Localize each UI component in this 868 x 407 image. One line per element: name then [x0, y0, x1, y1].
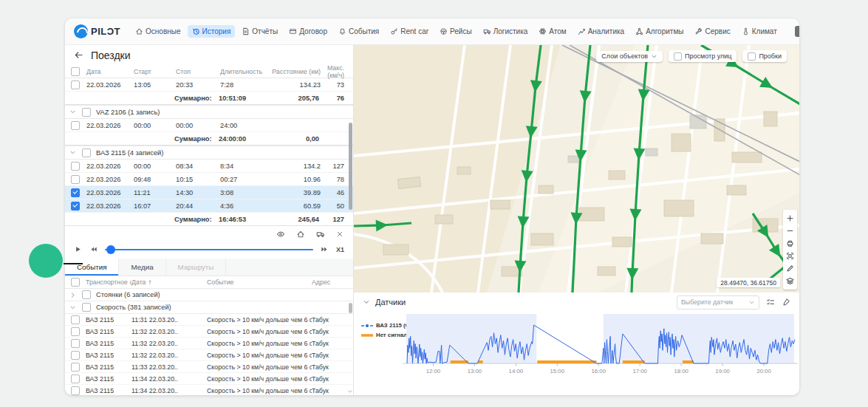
event-row[interactable]: ВАЗ 211511:33 22.03.20..Скорость > 10 км… [65, 361, 353, 373]
sensor-list-icon[interactable] [766, 298, 775, 307]
trip-group-row[interactable]: VAZ 2106 (1 запись) [65, 105, 353, 119]
group-checkbox[interactable] [82, 303, 91, 312]
event-row[interactable]: ВАЗ 211511:32 22.03.20..Скорость > 10 км… [65, 338, 353, 349]
trip-row[interactable]: 22.03.202616:0720:444:3660.5950 [65, 199, 353, 213]
event-date: 11:34 22.03.20.. [131, 387, 207, 394]
sort-ascending-icon[interactable] [147, 279, 153, 285]
playback-slider[interactable] [105, 245, 313, 254]
event-checkbox[interactable] [71, 315, 80, 324]
event-checkbox[interactable] [71, 363, 80, 372]
nav-item-atom[interactable]: Атом [534, 25, 570, 38]
chevron-right-icon[interactable] [69, 292, 76, 298]
nav-item-analytics[interactable]: Аналитика [573, 25, 629, 38]
play-icon[interactable] [74, 245, 82, 253]
trip-row[interactable]: 22.03.202600:0000:0024:00 [65, 119, 353, 132]
slider-thumb[interactable] [106, 245, 115, 254]
event-checkbox[interactable] [71, 339, 80, 348]
tab-медиа[interactable]: Медиа [119, 259, 165, 276]
chevron-down-icon[interactable] [69, 304, 76, 311]
event-row[interactable]: ВАЗ 211511:32 22.03.20..Скорость > 10 км… [65, 326, 353, 338]
group-checkbox[interactable] [82, 148, 91, 157]
nav-item-report[interactable]: Отчёты [237, 25, 282, 38]
event-group-row[interactable]: Стоянки (6 записей) [65, 289, 353, 301]
playback-speed[interactable]: X1 [336, 246, 344, 253]
chevron-down-icon[interactable] [69, 149, 76, 156]
event-checkbox[interactable] [71, 374, 80, 383]
trip-row[interactable]: 22.03.202609:4810:1500:2710.9678 [65, 173, 353, 186]
selection-band [604, 314, 794, 363]
zoom-in-icon[interactable] [786, 214, 794, 222]
collapse-chevron-icon[interactable] [363, 298, 370, 306]
trip-row[interactable]: 22.03.202600:0008:348:34134.2127 [65, 160, 353, 173]
layers-icon[interactable] [786, 277, 794, 285]
back-arrow-icon[interactable] [74, 50, 83, 60]
events-scrollbar[interactable] [349, 303, 352, 313]
chevron-down-icon [748, 299, 755, 306]
street-view-toggle[interactable]: Просмотр улиц [669, 50, 737, 62]
nav-item-climate[interactable]: Климат [737, 25, 782, 38]
event-group-row[interactable]: Скорость (381 записей) [65, 301, 353, 314]
select-all-checkbox[interactable] [71, 67, 80, 76]
draw-icon[interactable] [786, 264, 794, 273]
trips-scrollbar[interactable] [349, 123, 352, 210]
object-layers-button[interactable]: Слои объектов [596, 51, 663, 62]
zoom-out-icon[interactable] [786, 227, 794, 235]
sensor-select[interactable]: Выберите датчик [677, 295, 759, 309]
trip-checkbox[interactable] [71, 202, 80, 211]
trip-duration: 00:27 [220, 176, 267, 183]
rewind-icon[interactable] [89, 245, 98, 253]
event-address: Табук [312, 316, 353, 324]
event-checkbox[interactable] [71, 327, 80, 336]
event-row[interactable]: ВАЗ 211511:32 22.03.20..Скорость > 10 км… [65, 349, 353, 361]
map-view[interactable]: Слои объектов Просмотр улиц Пробки [354, 45, 799, 293]
vehicle-icon[interactable] [316, 230, 325, 239]
algorithms-icon [635, 27, 643, 35]
scroll-down-icon[interactable] [347, 389, 353, 394]
nav-item-steering[interactable]: Рейсы [435, 25, 476, 38]
event-row[interactable]: ВАЗ 211511:34 22.03.20..Скорость > 10 км… [65, 385, 353, 395]
speed-chart[interactable]: 12:0013:0014:0015:0016:0017:0018:0019:00… [354, 312, 799, 381]
visibility-icon[interactable] [276, 230, 285, 239]
tab-события[interactable]: События [65, 259, 119, 276]
street-view-checkbox[interactable] [674, 52, 682, 61]
select-all-events-checkbox[interactable] [71, 278, 80, 287]
nav-item-truck[interactable]: Логистика [479, 25, 533, 38]
nav-item-wrench[interactable]: Сервис [690, 25, 734, 38]
trip-checkbox[interactable] [71, 162, 80, 171]
nav-item-bell[interactable]: События [334, 25, 383, 38]
event-checkbox[interactable] [71, 386, 80, 395]
print-icon[interactable] [786, 239, 794, 247]
nav-item-contract[interactable]: Договор [284, 25, 332, 38]
trip-distance: 60.59 [267, 202, 321, 210]
trip-checkbox[interactable] [71, 121, 80, 130]
select-area-icon[interactable] [786, 252, 794, 260]
event-row[interactable]: ВАЗ 211511:34 22.03.20..Скорость > 10 км… [65, 373, 353, 385]
edit-chart-icon[interactable] [782, 298, 790, 307]
app-window: PILƆT ОсновныеИсторияОтчётыДоговорСобыти… [65, 18, 799, 395]
event-checkbox[interactable] [71, 351, 80, 360]
trip-group-row[interactable]: ВАЗ 2115 (4 записей) [65, 146, 353, 160]
traffic-toggle[interactable]: Пробки [742, 50, 787, 62]
home-icon[interactable] [296, 230, 305, 239]
nav-item-algorithms[interactable]: Алгоритмы [631, 25, 688, 38]
analytics-icon [578, 27, 586, 35]
nav-item-key[interactable]: Rent car [386, 25, 433, 38]
trip-checkbox[interactable] [71, 188, 80, 197]
map-canvas [354, 45, 799, 293]
trip-checkbox[interactable] [71, 81, 80, 89]
app-logo[interactable]: PILƆT [74, 24, 120, 38]
group-checkbox[interactable] [82, 108, 91, 117]
nav-item-home[interactable]: Основные [131, 25, 185, 38]
summary-row: Суммарно:24:00:000,00 [65, 132, 353, 146]
traffic-checkbox[interactable] [748, 52, 756, 61]
fast-forward-icon[interactable] [320, 245, 329, 253]
trip-row[interactable]: 22.03.202613:0520:337:28134.2373 [65, 78, 353, 92]
group-checkbox[interactable] [82, 290, 91, 299]
trip-checkbox[interactable] [71, 175, 80, 184]
nav-item-history[interactable]: История [188, 25, 236, 38]
close-icon[interactable] [336, 230, 344, 238]
event-row[interactable]: ВАЗ 211511:31 22.03.20..Скорость > 10 км… [65, 314, 353, 326]
trip-row[interactable]: 22.03.202611:2114:303:0839.8946 [65, 186, 353, 199]
counter-badge[interactable]: 74 [795, 26, 799, 37]
chevron-down-icon[interactable] [69, 109, 76, 115]
